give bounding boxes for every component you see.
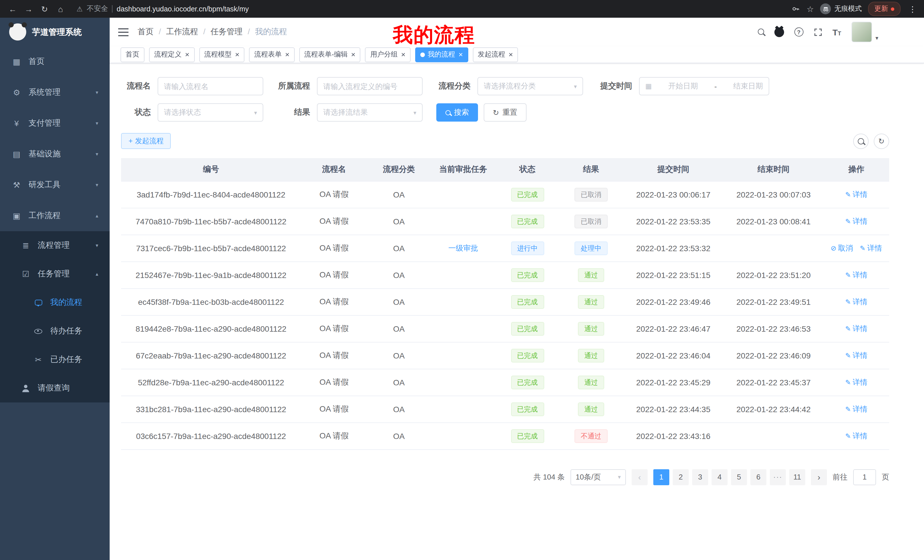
status-badge: 进行中 [511, 241, 544, 255]
page-button[interactable]: 4 [711, 469, 728, 485]
cell-submit-time: 2022-01-23 00:06:17 [623, 181, 723, 208]
help-icon[interactable]: ? [794, 27, 803, 36]
detail-link[interactable]: ✎ 详情 [845, 323, 867, 334]
tab[interactable]: 首页 × [120, 47, 144, 62]
page-button[interactable]: 1 [653, 469, 669, 485]
github-icon[interactable] [774, 27, 784, 37]
prev-page-button[interactable]: ‹ [632, 469, 648, 485]
reset-button[interactable]: ↻ 重置 [484, 103, 526, 121]
owner-process-input[interactable] [317, 77, 423, 95]
toggle-search-button[interactable] [853, 133, 868, 149]
sidebar-item-todo-tasks[interactable]: 待办任务 [0, 317, 110, 345]
sidebar-item-system[interactable]: ⚙ 系统管理 ▾ [0, 77, 110, 108]
hamburger-menu-icon[interactable] [118, 28, 129, 36]
status-select[interactable]: 请选择状态 ▾ [158, 103, 263, 121]
chat-bubble-icon [33, 300, 44, 305]
url-text: dashboard.yudao.iocoder.cn/bpm/task/my [117, 5, 249, 13]
tab[interactable]: 流程表单-编辑 × [299, 47, 361, 62]
cancel-icon: ⊘ [831, 244, 836, 252]
result-select[interactable]: 请选择流结果 ▾ [317, 103, 423, 121]
detail-link[interactable]: ✎ 详情 [845, 350, 867, 361]
col-category: 流程分类 [367, 158, 430, 181]
cell-end-time: 2022-01-22 23:49:51 [723, 288, 824, 315]
col-name: 流程名 [301, 158, 367, 181]
tab[interactable]: 流程表单 × [249, 47, 294, 62]
user-menu[interactable]: ▾ [852, 22, 878, 42]
browser-reload-button[interactable]: ↻ [38, 3, 51, 15]
status-badge: 已完成 [511, 349, 544, 362]
breadcrumb-item-current: 我的流程 [243, 27, 287, 37]
password-key-icon[interactable] [792, 4, 800, 13]
breadcrumb-item-home[interactable]: 首页 [138, 27, 154, 37]
tab[interactable]: 用户分组 × [365, 47, 411, 62]
sidebar-item-done-tasks[interactable]: ✂ 已办任务 [0, 345, 110, 374]
start-process-button[interactable]: + 发起流程 [121, 133, 171, 149]
tab-close-icon[interactable]: × [459, 51, 463, 58]
page-size-select[interactable]: 10条/页 ▾ [570, 469, 626, 485]
cell-result: 通过 [559, 395, 623, 422]
page-button[interactable]: 3 [692, 469, 708, 485]
page-button[interactable]: ··· [770, 469, 786, 485]
app-logo[interactable]: 芋道管理系统 [0, 18, 110, 46]
browser-menu-icon[interactable]: ⋮ [907, 4, 918, 13]
sidebar-item-devtools[interactable]: ⚒ 研发工具 ▾ [0, 169, 110, 201]
refresh-table-button[interactable]: ↻ [874, 133, 889, 149]
sidebar-item-home[interactable]: ▦ 首页 [0, 46, 110, 77]
breadcrumb-item-task-mgmt[interactable]: 任务管理 [198, 27, 243, 37]
browser-forward-button[interactable]: → [22, 3, 35, 15]
page-button[interactable]: 2 [673, 469, 689, 485]
detail-link[interactable]: ✎ 详情 [845, 189, 867, 199]
cell-actions: ⊘ ✎ 详情 [824, 288, 889, 315]
detail-link[interactable]: ✎ 详情 [860, 243, 882, 253]
category-select[interactable]: 请选择流程分类 ▾ [477, 77, 583, 95]
detail-link[interactable]: ✎ 详情 [845, 404, 867, 414]
tab-close-icon[interactable]: × [351, 51, 356, 58]
tab[interactable]: 流程定义 × [149, 47, 195, 62]
detail-link[interactable]: ✎ 详情 [845, 270, 867, 280]
process-name-input[interactable] [158, 77, 263, 95]
tab-close-icon[interactable]: × [185, 51, 189, 58]
sidebar-item-infrastructure[interactable]: ▤ 基础设施 ▾ [0, 139, 110, 169]
cell-end-time [723, 422, 824, 449]
next-page-button[interactable]: › [811, 469, 827, 485]
detail-link[interactable]: ✎ 详情 [845, 377, 867, 387]
bookmark-star-icon[interactable]: ☆ [807, 4, 814, 13]
sidebar-item-leave-query[interactable]: 请假查询 [0, 374, 110, 403]
detail-link[interactable]: ✎ 详情 [845, 216, 867, 226]
cell-current-task [430, 315, 496, 342]
submit-time-range-picker[interactable]: ▦ 开始日期 - 结束日期 [639, 77, 769, 95]
tab-close-icon[interactable]: × [285, 51, 289, 58]
sidebar-item-workflow[interactable]: ▣ 工作流程 ▴ [0, 201, 110, 231]
cell-result: 已取消 [559, 181, 623, 208]
tab-close-icon[interactable]: × [235, 51, 239, 58]
status-badge: 已完成 [511, 268, 544, 282]
cell-id: 52ffd28e-7b9a-11ec-a290-acde48001122 [121, 369, 301, 395]
sidebar-item-process-mgmt[interactable]: ≣ 流程管理 ▾ [0, 231, 110, 260]
notification-dot-icon [891, 7, 894, 10]
tab-close-icon[interactable]: × [401, 51, 405, 58]
search-button[interactable]: 搜索 [436, 103, 478, 121]
page-button[interactable]: 5 [731, 469, 747, 485]
update-button[interactable]: 更新 [868, 2, 901, 16]
page-button[interactable]: 11 [789, 469, 805, 485]
tab[interactable]: 我的流程 × [415, 47, 468, 62]
sidebar-item-task-mgmt[interactable]: ☑ 任务管理 ▴ [0, 260, 110, 288]
sidebar-item-payment[interactable]: ¥ 支付管理 ▾ [0, 108, 110, 139]
sidebar-item-my-process[interactable]: 我的流程 [0, 288, 110, 317]
fullscreen-icon[interactable] [813, 28, 822, 36]
page-button[interactable]: 6 [750, 469, 766, 485]
cancel-link[interactable]: ⊘ 取消 [831, 243, 853, 253]
tab[interactable]: 发起流程 × [472, 47, 518, 62]
detail-link[interactable]: ✎ 详情 [845, 296, 867, 307]
goto-page-input[interactable] [853, 469, 876, 485]
browser-home-button[interactable]: ⌂ [54, 3, 68, 15]
search-icon[interactable] [758, 27, 764, 37]
font-size-icon[interactable]: TT [832, 28, 841, 36]
tab-close-icon[interactable]: × [508, 51, 513, 58]
breadcrumb-item-workflow[interactable]: 工作流程 [154, 27, 198, 37]
address-bar[interactable]: ⚠ 不安全 dashboard.yudao.iocoder.cn/bpm/tas… [76, 4, 789, 14]
current-task-link[interactable]: 一级审批 [448, 243, 478, 253]
tab[interactable]: 流程模型 × [199, 47, 244, 62]
detail-link[interactable]: ✎ 详情 [845, 431, 867, 441]
browser-back-button[interactable]: ← [6, 3, 20, 15]
